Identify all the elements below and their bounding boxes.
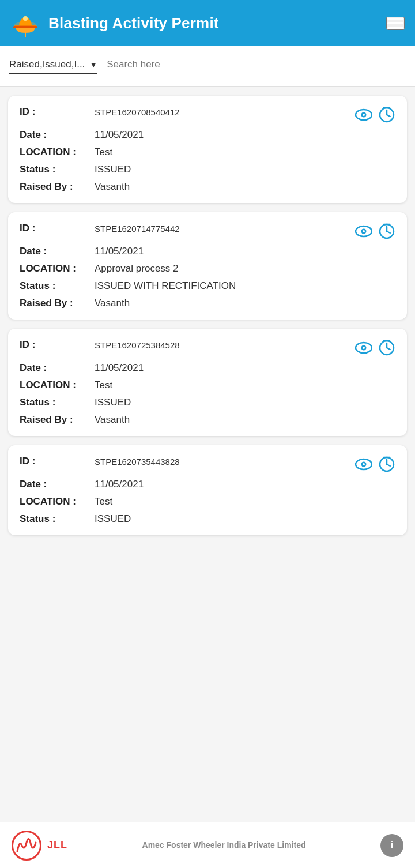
- company-name: Amec Foster Wheeler India Private Limite…: [77, 840, 371, 851]
- permit-card: ID : STPE1620735443828: [8, 445, 407, 535]
- status-label: Status :: [20, 164, 95, 175]
- cookie-icon: [378, 339, 395, 356]
- eye-icon: [355, 456, 372, 473]
- date-value: 11/05/2021: [95, 129, 144, 141]
- app-logo: [10, 8, 40, 38]
- card-header: ID : STPE1620735443828: [20, 456, 395, 473]
- raised-by-value: Vasanth: [95, 414, 130, 426]
- id-label: ID :: [20, 456, 95, 467]
- date-value: 11/05/2021: [95, 479, 144, 490]
- date-field: Date : 11/05/2021: [20, 129, 395, 141]
- status-value: ISSUED: [95, 397, 131, 408]
- svg-point-21: [363, 347, 365, 349]
- id-label: ID :: [20, 339, 95, 351]
- location-field: LOCATION : Approval process 2: [20, 263, 395, 275]
- jll-text: JLL: [47, 839, 67, 851]
- status-value: ISSUED WITH RECTIFICATION: [95, 280, 236, 292]
- jll-logo: [12, 831, 42, 861]
- app-footer: JLL Amec Foster Wheeler India Private Li…: [0, 822, 415, 868]
- status-field: Status : ISSUED: [20, 513, 395, 525]
- jll-logo-icon: [15, 837, 38, 854]
- hardhat-icon: [11, 9, 40, 37]
- date-value: 11/05/2021: [95, 362, 144, 374]
- view-button[interactable]: [355, 339, 372, 356]
- status-label: Status :: [20, 280, 95, 292]
- timer-button[interactable]: [378, 223, 395, 240]
- id-field: ID : STPE1620725384528: [20, 339, 180, 351]
- filter-dropdown-label: Raised,Issued,I...: [9, 59, 85, 70]
- permit-card: ID : STPE1620708540412: [8, 96, 407, 203]
- info-icon: i: [390, 839, 393, 851]
- svg-line-17: [387, 231, 390, 233]
- id-label: ID :: [20, 223, 95, 234]
- svg-point-28: [363, 463, 365, 465]
- id-field: ID : STPE1620708540412: [20, 106, 180, 118]
- id-label: ID :: [20, 106, 95, 118]
- date-label: Date :: [20, 479, 95, 490]
- svg-rect-2: [13, 26, 37, 28]
- id-value: STPE1620714775442: [95, 224, 180, 234]
- timer-button[interactable]: [378, 339, 395, 356]
- svg-point-7: [363, 114, 365, 116]
- timer-button[interactable]: [378, 106, 395, 123]
- card-actions: [355, 106, 395, 123]
- date-value: 11/05/2021: [95, 246, 144, 257]
- location-field: LOCATION : Test: [20, 146, 395, 158]
- permit-card: ID : STPE1620725384528: [8, 329, 407, 436]
- status-filter-dropdown[interactable]: Raised,Issued,I... ▼: [9, 59, 97, 74]
- card-header: ID : STPE1620708540412: [20, 106, 395, 123]
- location-label: LOCATION :: [20, 263, 95, 275]
- location-label: LOCATION :: [20, 146, 95, 158]
- raised-by-value: Vasanth: [95, 181, 130, 193]
- status-field: Status : ISSUED: [20, 397, 395, 408]
- eye-icon: [355, 339, 372, 356]
- raised-by-field: Raised By : Vasanth: [20, 181, 395, 193]
- location-label: LOCATION :: [20, 379, 95, 391]
- info-button[interactable]: i: [380, 834, 403, 857]
- date-field: Date : 11/05/2021: [20, 362, 395, 374]
- app-header: Blasting Activity Permit: [0, 0, 415, 46]
- cookie-icon: [378, 456, 395, 473]
- search-input[interactable]: [107, 59, 406, 70]
- location-value: Approval process 2: [95, 263, 179, 275]
- location-value: Test: [95, 146, 112, 158]
- eye-icon: [355, 106, 372, 123]
- id-value: STPE1620725384528: [95, 340, 180, 350]
- card-header: ID : STPE1620725384528: [20, 339, 395, 356]
- cookie-icon: [378, 106, 395, 123]
- card-actions: [355, 223, 395, 240]
- svg-point-3: [23, 16, 28, 21]
- card-actions: [355, 339, 395, 356]
- location-value: Test: [95, 379, 112, 391]
- location-field: LOCATION : Test: [20, 379, 395, 391]
- view-button[interactable]: [355, 456, 372, 473]
- search-wrapper: [107, 59, 406, 73]
- filter-search-bar: Raised,Issued,I... ▼: [0, 46, 415, 87]
- id-field: ID : STPE1620714775442: [20, 223, 180, 234]
- raised-by-label: Raised By :: [20, 181, 95, 193]
- raised-by-field: Raised By : Vasanth: [20, 414, 395, 426]
- date-label: Date :: [20, 246, 95, 257]
- cards-list: ID : STPE1620708540412: [0, 87, 415, 593]
- menu-button[interactable]: [386, 17, 405, 30]
- card-header: ID : STPE1620714775442: [20, 223, 395, 240]
- date-label: Date :: [20, 362, 95, 374]
- timer-button[interactable]: [378, 456, 395, 473]
- view-button[interactable]: [355, 106, 372, 123]
- chevron-down-icon: ▼: [89, 60, 97, 69]
- location-label: LOCATION :: [20, 496, 95, 508]
- status-field: Status : ISSUED: [20, 164, 395, 175]
- date-field: Date : 11/05/2021: [20, 479, 395, 490]
- date-field: Date : 11/05/2021: [20, 246, 395, 257]
- raised-by-label: Raised By :: [20, 414, 95, 426]
- id-field: ID : STPE1620735443828: [20, 456, 180, 467]
- date-label: Date :: [20, 129, 95, 141]
- raised-by-value: Vasanth: [95, 298, 130, 309]
- svg-line-31: [387, 464, 390, 466]
- svg-line-24: [387, 348, 390, 350]
- view-button[interactable]: [355, 223, 372, 240]
- location-field: LOCATION : Test: [20, 496, 395, 508]
- id-value: STPE1620708540412: [95, 107, 180, 117]
- location-value: Test: [95, 496, 112, 508]
- eye-icon: [355, 223, 372, 240]
